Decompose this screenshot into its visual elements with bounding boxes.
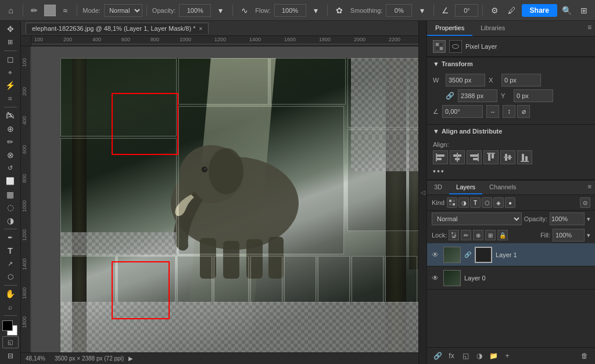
add-style-btn[interactable]: fx [446,350,457,362]
healing-tool[interactable]: ⊕ [2,123,19,135]
align-bottom-btn[interactable] [517,150,532,164]
pen-tool[interactable]: ✒ [2,232,19,244]
new-layer-btn[interactable]: + [501,350,513,362]
lock-transparent-btn[interactable] [449,230,459,240]
tablet-btn[interactable]: 🖊 [504,3,519,18]
opacity-dropdown-btn[interactable]: ▾ [587,215,590,223]
filter-type-btn[interactable]: T [470,197,481,208]
align-middle-btn[interactable] [500,150,515,164]
canvas-scroll[interactable]: 100 200 400 600 800 1000 1200 1400 1600 … [21,46,418,352]
w-input[interactable] [446,74,485,87]
opacity-input[interactable] [179,4,211,17]
fill-dropdown-btn[interactable]: ▾ [587,232,590,239]
hand-tool[interactable]: ✋ [2,288,19,300]
lock-image-btn[interactable]: ✏ [461,230,471,240]
flip-h-btn[interactable]: ↔ [486,105,499,118]
filter-circle-btn[interactable]: ● [505,197,515,208]
lock-aspect-icon[interactable]: 🔗 [446,92,454,100]
shape-tool[interactable]: ⬡ [2,271,19,283]
eyedropper-tool[interactable]: 🖎 [2,110,19,122]
history-brush-tool[interactable]: ↺ [2,162,19,174]
transform-section-header[interactable]: ▼ Transform [427,57,595,70]
gradient-tool[interactable]: ▦ [2,188,19,200]
tab-libraries[interactable]: Libraries [472,21,513,36]
x-input[interactable] [501,74,541,87]
quick-mask-btn[interactable]: ◱ [2,336,19,348]
panel-collapse-handle[interactable]: ◁ [418,21,426,364]
arrange-btn[interactable]: ⊞ [576,3,592,18]
screen-mode-btn[interactable]: ⊟ [2,349,19,362]
lock-all-btn[interactable]: 🔒 [497,230,508,240]
align-center-h-btn[interactable] [450,150,465,164]
quick-select-tool[interactable]: ⚡ [2,80,19,92]
mode-select[interactable]: Normal [104,4,142,17]
pressure-btn[interactable]: ∿ [237,3,252,18]
flow-input[interactable] [274,4,306,17]
tab-properties[interactable]: Properties [427,21,472,36]
airbrush-btn[interactable]: ✿ [332,3,347,18]
align-right-btn[interactable] [467,150,482,164]
lasso-tool[interactable]: ⌖ [2,66,19,78]
properties-panel-menu[interactable]: ≡ [584,21,595,36]
tab-3d[interactable]: 3D [427,181,449,194]
canvas-tab[interactable]: elephant-1822636.jpg @ 48,1% (Layer 1, L… [26,23,209,34]
angle-input[interactable] [455,4,478,17]
foreground-color[interactable] [2,320,13,331]
color-swatch[interactable] [44,5,56,16]
new-group-btn[interactable]: 📁 [488,350,499,362]
opacity-dropdown-btn[interactable]: ▾ [213,3,228,18]
brush-tool[interactable]: ✏ [2,136,19,148]
align-section-header[interactable]: ▼ Align and Distribute [427,125,595,138]
filter-shape-btn[interactable]: ⬡ [482,197,492,208]
blend-mode-select[interactable]: Normal [432,212,522,225]
marquee-tool[interactable]: ◻ [2,53,19,66]
lock-position-btn[interactable]: ⊕ [473,230,483,240]
home-button[interactable]: ⌂ [3,3,19,18]
eraser-tool[interactable]: ⬜ [2,175,19,188]
opacity-value-input[interactable] [550,212,585,225]
smoothing-input[interactable] [386,4,412,17]
color-pair[interactable] [2,320,19,333]
y-input[interactable] [514,89,553,102]
artboard-tool[interactable]: ⊞ [2,37,19,49]
filter-smart-btn[interactable]: ◈ [493,197,504,208]
layer1-visibility-btn[interactable]: 👁 [432,251,440,259]
more-options-btn[interactable]: ••• [433,167,445,176]
brush-style-btn[interactable]: ≈ [58,3,73,18]
crop-tool[interactable]: ⌗ [2,93,19,105]
angle-input-transform[interactable] [442,105,483,118]
canvas-area[interactable] [31,46,418,352]
dodge-tool[interactable]: ◑ [2,215,19,227]
flow-dropdown-btn[interactable]: ▾ [309,3,324,18]
tab-close-btn[interactable]: × [199,26,202,32]
brush-tool-btn[interactable]: ✏ [27,3,42,18]
delete-layer-btn[interactable]: 🗑 [579,350,590,362]
zoom-tool[interactable]: ⌕ [2,301,19,313]
align-left-btn[interactable] [433,150,448,164]
link-layers-btn[interactable]: 🔗 [432,350,443,362]
align-top-btn[interactable] [483,150,499,164]
clone-tool[interactable]: ⊗ [2,149,19,161]
search-btn[interactable]: 🔍 [560,3,575,18]
h-input[interactable] [458,89,497,102]
share-button[interactable]: Share [522,4,557,17]
blur-tool[interactable]: ◌ [2,201,19,214]
fill-value-input[interactable] [553,229,585,242]
layer0-visibility-btn[interactable]: 👁 [432,274,440,282]
filter-adjust-btn[interactable]: ◑ [458,197,469,208]
angle-btn[interactable]: ∠ [438,3,453,18]
smoothing-dropdown-btn[interactable]: ▾ [414,3,429,18]
new-adjustment-btn[interactable]: ◑ [474,350,485,362]
tab-layers[interactable]: Layers [449,181,482,194]
layer-row-1[interactable]: 👁 🔗 Layer 1 [427,243,595,266]
add-mask-btn[interactable]: ◱ [460,350,471,362]
type-tool[interactable]: T [2,244,19,257]
layer-panel-menu-btn[interactable]: ≡ [585,181,595,194]
layer-row-0[interactable]: 👁 Layer 0 [427,266,595,290]
settings-btn[interactable]: ⚙ [487,3,502,18]
filter-pixel-btn[interactable] [447,197,457,208]
move-tool[interactable]: ✥ [2,23,19,35]
lock-artboard-btn[interactable]: ⊞ [485,230,496,240]
tab-channels[interactable]: Channels [482,181,523,194]
warp-btn[interactable]: ⌀ [517,105,530,118]
